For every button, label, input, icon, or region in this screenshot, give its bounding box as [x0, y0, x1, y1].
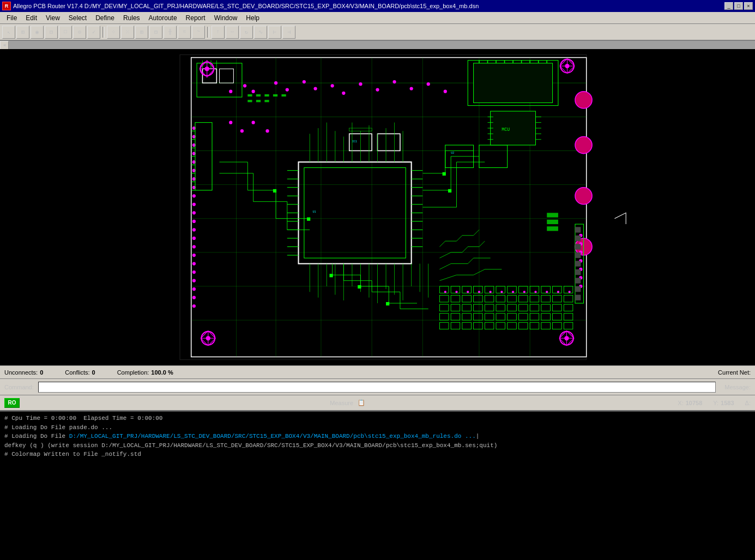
toolbar-sep-1 — [102, 27, 105, 38]
svg-text:U1: U1 — [312, 210, 316, 214]
svg-rect-231 — [329, 274, 333, 277]
menu-window[interactable]: Window — [210, 13, 242, 23]
pcb-canvas: U1 U2 IC1 MCU — [0, 49, 755, 365]
svg-rect-227 — [273, 189, 276, 192]
svg-point-185 — [500, 291, 503, 293]
toolbar-route5-btn[interactable]: ╫ — [164, 26, 177, 39]
svg-point-180 — [444, 291, 446, 293]
svg-rect-192 — [547, 213, 558, 217]
measure-label: Measure — [330, 400, 353, 406]
menu-edit[interactable]: Edit — [21, 13, 41, 23]
command-input[interactable] — [38, 382, 716, 393]
menu-help[interactable]: Help — [241, 13, 264, 23]
toolbar-push-btn[interactable]: ↑ — [212, 26, 225, 39]
toolbar-globe-btn[interactable]: ◉ — [31, 26, 44, 39]
toolbar-route3-btn[interactable]: ⊞ — [135, 26, 148, 39]
svg-rect-201 — [256, 94, 261, 97]
menu-rules[interactable]: Rules — [119, 13, 144, 23]
delta-display: Δ: — [745, 400, 751, 406]
svg-rect-242 — [575, 286, 581, 292]
toolbar-layer-btn[interactable]: ⊟ — [45, 26, 58, 39]
svg-rect-230 — [448, 189, 451, 192]
svg-point-214 — [313, 87, 317, 90]
toolbar-rotate-btn[interactable]: ↻ — [240, 26, 253, 39]
toolbar-route1-btn[interactable]: ⁘ — [107, 26, 120, 39]
toolbar-shove-btn[interactable]: ~ — [192, 26, 205, 39]
svg-point-218 — [376, 88, 379, 91]
toolbar-check-btn[interactable]: ✓ — [87, 26, 100, 39]
unconnects-value: 0 — [40, 369, 43, 376]
toolbar-tune-btn[interactable]: ∿ — [254, 26, 267, 39]
menu-define[interactable]: Define — [91, 13, 119, 23]
horizontal-scrollbar[interactable]: ◀ — [0, 40, 755, 49]
completion-status: Completion: 100.0 % — [117, 369, 173, 376]
svg-point-184 — [490, 291, 492, 293]
toolbar-select-btn[interactable]: ↖ — [2, 26, 15, 39]
toolbar-delay-btn[interactable]: ⊣ — [282, 26, 295, 39]
svg-point-188 — [534, 291, 536, 293]
scroll-track[interactable] — [9, 41, 755, 49]
unconnects-label: Unconnects: — [4, 369, 38, 376]
console-line-3: # Loading Do File D:/MY_LOCAL_GIT_PRJ/HA… — [4, 432, 751, 441]
toolbar: ↖ ⊞ ◉ ⊟ □ ⊙ ✓ ⁘ ⁙ ⊞ ⊟ ╫ ≈ ~ ↑ ↔ ↻ ∿ ⊢ ⊣ — [0, 24, 755, 40]
svg-rect-207 — [264, 100, 269, 102]
svg-rect-243 — [575, 295, 581, 300]
svg-rect-228 — [307, 218, 310, 221]
current-net-status: Current Net: — [718, 369, 751, 376]
svg-point-186 — [512, 291, 514, 293]
ro-button[interactable]: RO — [4, 398, 20, 408]
svg-point-213 — [303, 80, 306, 83]
menu-autoroute[interactable]: Autoroute — [144, 13, 182, 23]
svg-point-183 — [478, 291, 480, 293]
svg-point-181 — [455, 291, 457, 293]
window-controls[interactable]: _ □ × — [724, 2, 753, 10]
svg-point-190 — [557, 291, 559, 293]
scroll-left-arrow[interactable]: ◀ — [0, 41, 9, 50]
toolbar-pad-btn[interactable]: □ — [59, 26, 72, 39]
svg-text:U2: U2 — [451, 152, 454, 155]
svg-point-219 — [392, 80, 396, 83]
svg-rect-241 — [575, 278, 581, 283]
svg-rect-204 — [281, 94, 286, 97]
svg-point-93 — [192, 220, 196, 223]
svg-point-182 — [467, 291, 469, 293]
toolbar-route4-btn[interactable]: ⊟ — [149, 26, 162, 39]
svg-point-98 — [192, 262, 196, 265]
close-button[interactable]: × — [744, 2, 753, 10]
svg-point-187 — [523, 291, 526, 293]
command-label: Command: — [4, 384, 34, 390]
conflicts-value: 0 — [92, 369, 95, 376]
toolbar-flip-btn[interactable]: ↔ — [226, 26, 239, 39]
command-bar: Command: Message: — [0, 379, 755, 395]
menu-select[interactable]: Select — [64, 13, 91, 23]
menu-view[interactable]: View — [41, 13, 64, 23]
svg-rect-238 — [575, 252, 581, 258]
toolbar-net-btn[interactable]: ⊞ — [16, 26, 29, 39]
svg-rect-205 — [247, 100, 252, 102]
svg-text:MCU: MCU — [502, 127, 510, 132]
svg-point-191 — [569, 291, 571, 293]
svg-point-222 — [444, 90, 447, 93]
svg-rect-274 — [491, 111, 536, 145]
current-net-label: Current Net: — [718, 369, 751, 376]
title-text: Allegro PCB Router V17.4 D:/MY_DEV/MY_LO… — [13, 3, 479, 9]
menu-file[interactable]: File — [2, 13, 21, 23]
toolbar-length-btn[interactable]: ⊢ — [268, 26, 281, 39]
title-bar: R Allegro PCB Router V17.4 D:/MY_DEV/MY_… — [0, 0, 755, 12]
svg-point-99 — [192, 270, 196, 274]
maximize-button[interactable]: □ — [734, 2, 743, 10]
menu-report[interactable]: Report — [182, 13, 210, 23]
svg-point-92 — [192, 211, 196, 214]
svg-rect-25 — [474, 63, 553, 103]
svg-rect-235 — [575, 227, 581, 232]
minimize-button[interactable]: _ — [724, 2, 733, 10]
console-line-5: # Colormap Written to File _notify.std — [4, 450, 751, 459]
y-coord-display: Y: 1583 — [713, 400, 734, 406]
svg-point-56 — [575, 137, 592, 154]
svg-rect-202 — [264, 94, 269, 97]
toolbar-via-btn[interactable]: ⊙ — [73, 26, 86, 39]
toolbar-route6-btn[interactable]: ≈ — [178, 26, 191, 39]
svg-point-226 — [265, 129, 269, 133]
console-area: # Cpu Time = 0:00:00 Elapsed Time = 0:00… — [0, 411, 755, 479]
toolbar-route2-btn[interactable]: ⁙ — [121, 26, 134, 39]
